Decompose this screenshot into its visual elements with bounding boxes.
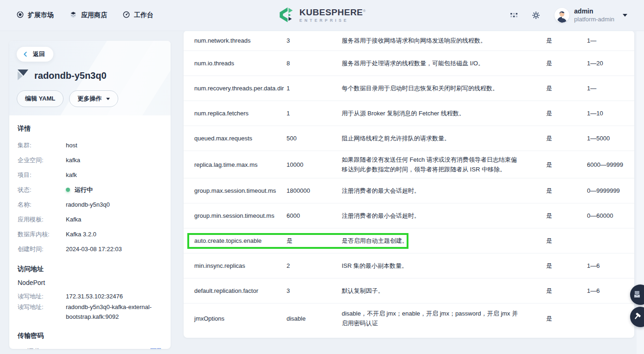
detail-row-created-time: 创建时间: 2024-03-08 17:22:03 bbox=[18, 245, 162, 253]
detail-row-app-template: 应用模板: Kafka bbox=[18, 215, 162, 224]
table-row[interactable]: min.insync.replicas 2 ISR 集的最小副本数量。 是 1—… bbox=[184, 253, 634, 278]
nodeport-label: NodePort bbox=[18, 279, 162, 286]
detail-row-name: 名称: radondb-y5n3q0 bbox=[18, 200, 162, 209]
detail-row-workspace: 企业空间: kafka bbox=[18, 156, 162, 164]
kafka-app-icon bbox=[17, 69, 29, 82]
user-name: admin bbox=[574, 7, 614, 16]
logo-subtitle: ENTERPRISE bbox=[300, 19, 366, 23]
sidebar-card: 返回 radondb-y5n3q0 编辑 YAML 更多操作 详情 集群: ho… bbox=[9, 41, 171, 349]
table-row[interactable]: jmxOptions disable disable，不开启 jmx；enabl… bbox=[184, 303, 634, 333]
topbar-right: admin platform-admin bbox=[510, 7, 627, 23]
status-badge: 运行中 bbox=[66, 185, 162, 194]
table-row[interactable]: num.network.threads 3 服务器用于接收网络请求和向网络发送响… bbox=[184, 31, 634, 51]
table-row[interactable]: queued.max.requests 500 阻止网络线程之前允许排队的请求数… bbox=[184, 126, 634, 151]
detail-row-project: 项目: kafk bbox=[18, 171, 162, 179]
document-tray-icon bbox=[633, 290, 641, 300]
topbar: 扩展市场 应用商店 工作台 KUBESPHERE® ENTERPR bbox=[0, 0, 644, 31]
extension-market-icon bbox=[17, 11, 24, 19]
chevron-down-icon bbox=[106, 98, 110, 100]
settings-gear-icon[interactable] bbox=[532, 12, 540, 19]
chevron-left-icon bbox=[22, 51, 29, 57]
kubesphere-logo[interactable]: KUBESPHERE® ENTERPRISE bbox=[278, 6, 366, 25]
chevron-down-icon bbox=[623, 14, 627, 17]
table-row-highlighted[interactable]: auto.create.topics.enable 是 是否启用自动主题创建。 … bbox=[184, 228, 634, 253]
address-row: 读写地址: radondb-y5n3q0-kafka-external-boot… bbox=[18, 302, 162, 322]
table-row[interactable]: num.replica.fetchers 1 用于从源 Broker 复制消息的… bbox=[184, 101, 634, 126]
table-row[interactable]: group.min.session.timeout.ms 6000 注册消费者的… bbox=[184, 203, 634, 228]
apps-grid-icon[interactable] bbox=[510, 12, 517, 19]
sidebar-header: 返回 radondb-y5n3q0 编辑 YAML 更多操作 bbox=[9, 41, 171, 115]
details-heading: 详情 bbox=[18, 125, 162, 133]
user-role: platform-admin bbox=[574, 16, 614, 23]
ca-cert-row: CA 证书: ca.p12 下载 bbox=[18, 347, 162, 349]
edit-yaml-button[interactable]: 编辑 YAML bbox=[17, 90, 64, 107]
table-row[interactable]: num.recovery.threads.per.data.dir 1 每个数据… bbox=[184, 76, 634, 101]
sidebar-details: 详情 集群: host 企业空间: kafka 项目: kafk 状态: 运行中… bbox=[9, 115, 171, 349]
detail-row-status: 状态: 运行中 bbox=[18, 185, 162, 194]
nav-label: 应用商店 bbox=[81, 11, 107, 19]
nav-item-workbench[interactable]: 工作台 bbox=[123, 11, 153, 19]
app-store-icon bbox=[70, 11, 77, 19]
back-button[interactable]: 返回 bbox=[17, 47, 53, 62]
topbar-nav: 扩展市场 应用商店 工作台 bbox=[17, 11, 153, 19]
page-title: radondb-y5n3q0 bbox=[34, 70, 107, 81]
status-dot-icon bbox=[66, 188, 70, 192]
avatar bbox=[555, 8, 569, 23]
more-actions-button[interactable]: 更多操作 bbox=[69, 90, 118, 107]
nav-item-app-store[interactable]: 应用商店 bbox=[70, 11, 107, 19]
detail-row-db-kernel: 数据库内核: Kafka 3.2.0 bbox=[18, 230, 162, 239]
workbench-icon bbox=[123, 11, 130, 19]
download-link[interactable]: 下载 bbox=[150, 347, 162, 349]
access-address-heading: 访问地址 bbox=[18, 265, 162, 273]
logo-title: KUBESPHERE® bbox=[300, 8, 366, 17]
table-row[interactable]: num.io.threads 8 服务器用于处理请求的线程数量，可能包括磁盘 I… bbox=[184, 51, 634, 76]
kubesphere-logo-icon bbox=[278, 6, 295, 25]
nav-label: 扩展市场 bbox=[28, 11, 54, 19]
nav-label: 工作台 bbox=[134, 11, 153, 19]
config-table: num.network.threads 3 服务器用于接收网络请求和向网络发送响… bbox=[184, 31, 634, 338]
address-row: 读写地址: 172.31.53.102:32476 bbox=[18, 291, 162, 301]
page-scrollbar[interactable] bbox=[637, 31, 644, 354]
table-row[interactable]: default.replication.factor 3 默认复制因子。 是 1… bbox=[184, 278, 634, 303]
table-row[interactable]: group.max.session.timeout.ms 1800000 注册消… bbox=[184, 178, 634, 203]
nav-item-extension-market[interactable]: 扩展市场 bbox=[17, 11, 54, 19]
table-row[interactable]: replica.lag.time.max.ms 10000 如果跟随者没有发送任… bbox=[184, 151, 634, 178]
back-label: 返回 bbox=[33, 50, 45, 58]
transport-password-heading: 传输密码 bbox=[18, 332, 162, 340]
user-menu[interactable]: admin platform-admin bbox=[555, 7, 627, 23]
hammer-icon bbox=[633, 312, 641, 322]
detail-row-cluster: 集群: host bbox=[18, 141, 162, 150]
